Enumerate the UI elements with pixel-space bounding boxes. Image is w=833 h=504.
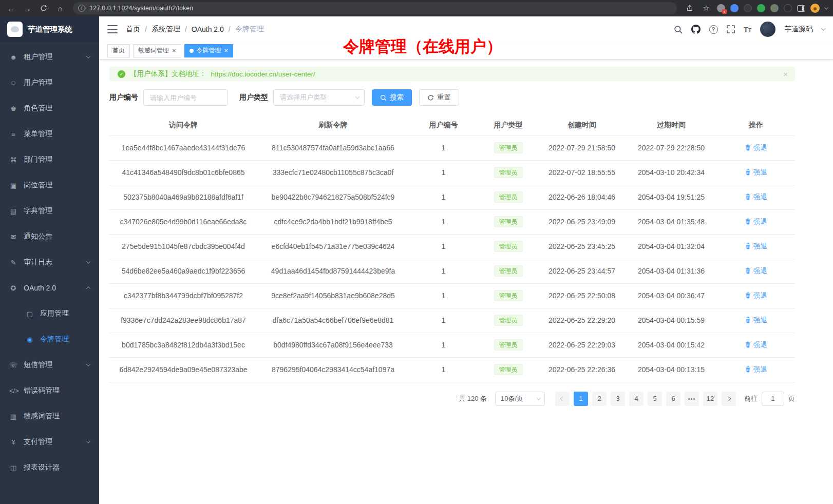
browser-forward-button[interactable]: →: [22, 3, 33, 14]
table-header-row: 访问令牌刷新令牌用户编号用户类型创建时间过期时间操作: [109, 115, 795, 135]
trash-icon: [745, 218, 751, 225]
tab[interactable]: 首页: [107, 44, 130, 57]
sidebar-item[interactable]: ✪ OAuth 2.0: [0, 275, 99, 301]
sidebar-item[interactable]: ☺ 用户管理: [0, 70, 99, 95]
sidebar-item[interactable]: ☏ 短信管理: [0, 352, 99, 378]
pagination-prev-button[interactable]: [555, 392, 570, 406]
create-time-cell: 2022-07-29 21:58:50: [538, 135, 626, 160]
extension-icon-green[interactable]: [757, 4, 765, 12]
user-menu-caret-icon[interactable]: [821, 26, 825, 30]
app-manage-icon: ▢: [26, 310, 34, 318]
access-token-cell: 1ea5e44f8bc1467aaede43144f31de76: [109, 135, 257, 160]
fullscreen-icon[interactable]: [727, 25, 735, 33]
tab[interactable]: 令牌管理 ×: [184, 44, 234, 57]
site-info-icon[interactable]: i: [78, 5, 85, 12]
sidebar-item[interactable]: ▥ 敏感词管理: [0, 403, 99, 429]
bookmark-star-icon[interactable]: ☆: [701, 3, 712, 14]
extension-icon-badge[interactable]: 6: [717, 4, 725, 12]
header-search-icon[interactable]: [674, 25, 683, 34]
font-size-icon[interactable]: TT: [744, 26, 751, 33]
table-row: 41c41346a548490f9dc8b01c6bfe0865 333ecfc…: [109, 160, 795, 185]
browser-profile-caret-icon[interactable]: [824, 5, 828, 9]
pagination-more-button[interactable]: •••: [685, 392, 699, 406]
breadcrumb-separator: /: [185, 25, 187, 33]
user-type-tag: 管理员: [494, 241, 523, 252]
sidebar-item[interactable]: ▣ 岗位管理: [0, 172, 99, 198]
app-logo[interactable]: 芋道管理系统: [0, 16, 99, 42]
force-logout-button[interactable]: 强退: [745, 266, 767, 276]
pagination-goto-input[interactable]: [762, 392, 784, 406]
sidebar-item[interactable]: ☻ 租户管理: [0, 44, 99, 70]
refresh-token-cell: 333ecfc71e02480cb11055c875c3ca0f: [257, 160, 409, 185]
force-logout-button[interactable]: 强退: [745, 192, 767, 202]
reset-button[interactable]: 重置: [419, 89, 459, 106]
github-icon[interactable]: [691, 25, 701, 34]
breadcrumb-item[interactable]: 首页: [126, 25, 140, 34]
user-type-cell: 管理员: [478, 160, 538, 185]
table-row: f9336e7c7dd242a283ee98dc86b17a87 dfa6c71…: [109, 308, 795, 333]
force-logout-button[interactable]: 强退: [745, 242, 767, 251]
pagination-page-button[interactable]: 3: [611, 392, 625, 406]
alert-close-icon[interactable]: ×: [783, 70, 788, 79]
pagination-page-button[interactable]: 2: [592, 392, 607, 406]
sidebar-item[interactable]: ◫ 报表设计器: [0, 455, 99, 480]
sidebar-item[interactable]: ♚ 角色管理: [0, 95, 99, 121]
browser-address-bar[interactable]: i 127.0.0.1:1024/system/oauth2/token: [73, 2, 677, 14]
user-type-tag: 管理员: [494, 167, 523, 178]
force-logout-button[interactable]: 强退: [745, 143, 767, 152]
sidebar-item[interactable]: ¥ 支付管理: [0, 429, 99, 455]
breadcrumb-item[interactable]: 系统管理: [152, 25, 180, 34]
tab-close-icon[interactable]: ×: [172, 47, 176, 54]
doc-link[interactable]: https://doc.iocoder.cn/user-center/: [211, 70, 315, 78]
sidebar-item[interactable]: ✎ 审计日志: [0, 249, 99, 275]
share-icon[interactable]: [684, 3, 695, 14]
sidebar-item[interactable]: </> 错误码管理: [0, 378, 99, 403]
pin-icon[interactable]: [784, 4, 792, 12]
sidebar-item-label: 短信管理: [24, 360, 81, 370]
sidebar-item[interactable]: ≡ 菜单管理: [0, 121, 99, 147]
sidebar-item-label: 用户管理: [24, 78, 90, 87]
search-button[interactable]: 搜索: [372, 89, 412, 106]
help-icon[interactable]: ?: [709, 25, 718, 34]
expire-time-cell: 2054-03-04 01:31:36: [626, 259, 717, 283]
user-id-input[interactable]: [143, 89, 228, 106]
refresh-token-cell: b0df4980ffd34c67a08f9156e4eee733: [257, 333, 409, 357]
pagination-page-button[interactable]: 4: [629, 392, 643, 406]
pagination-next-button[interactable]: [722, 392, 736, 406]
extension-icon-dark[interactable]: [744, 4, 752, 12]
force-logout-button[interactable]: 强退: [745, 168, 767, 177]
pagination-page-button[interactable]: 6: [666, 392, 680, 406]
force-logout-button[interactable]: 强退: [745, 217, 767, 226]
browser-reload-button[interactable]: [38, 3, 49, 14]
force-logout-button[interactable]: 强退: [745, 365, 767, 374]
sidebar-item[interactable]: ✉ 通知公告: [0, 224, 99, 249]
user-avatar[interactable]: [760, 22, 775, 37]
force-logout-button[interactable]: 强退: [745, 291, 767, 300]
user-name[interactable]: 芋道源码: [784, 25, 813, 34]
page-size-select[interactable]: 10条/页: [495, 392, 545, 406]
table-row: 1ea5e44f8bc1467aaede43144f31de76 811c530…: [109, 135, 795, 160]
pagination-page-button[interactable]: 1: [574, 392, 588, 406]
pagination-page-button[interactable]: 5: [648, 392, 662, 406]
extensions-puzzle-icon[interactable]: [770, 4, 779, 12]
sidebar-item[interactable]: ◉ 令牌管理: [0, 326, 99, 352]
pagination-page-button[interactable]: 12: [703, 392, 717, 406]
sidebar-item[interactable]: ⌘ 部门管理: [0, 147, 99, 172]
sidebar-item[interactable]: ▤ 字典管理: [0, 198, 99, 224]
extension-icon-blue[interactable]: [730, 4, 739, 12]
refresh-token-cell: dfa6c71a50a54c66bef706ef9e6e8d81: [257, 308, 409, 333]
browser-profile-avatar[interactable]: ☻: [810, 4, 820, 13]
force-logout-button[interactable]: 强退: [745, 340, 767, 350]
side-panel-icon[interactable]: [797, 5, 805, 12]
user-type-tag: 管理员: [494, 339, 523, 351]
force-logout-button[interactable]: 强退: [745, 316, 767, 325]
tab[interactable]: 敏感词管理 ×: [133, 44, 181, 57]
chevron-right-icon: [727, 396, 731, 400]
browser-back-button[interactable]: ←: [5, 3, 16, 14]
sidebar-item[interactable]: ▢ 应用管理: [0, 301, 99, 326]
user-type-select[interactable]: 请选择用户类型: [273, 89, 365, 106]
browser-home-button[interactable]: ⌂: [54, 3, 66, 14]
breadcrumb-item[interactable]: OAuth 2.0: [192, 25, 224, 33]
tab-close-icon[interactable]: ×: [224, 47, 229, 54]
sidebar-toggle-button[interactable]: [107, 25, 118, 33]
